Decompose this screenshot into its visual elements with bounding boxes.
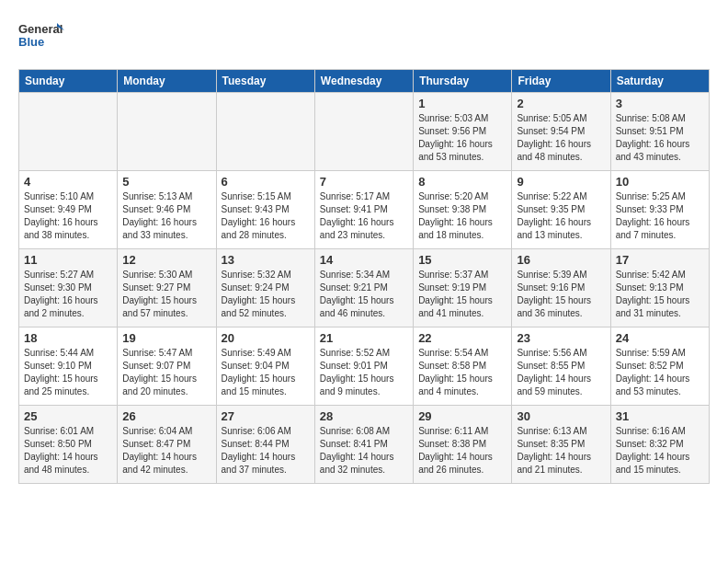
day-number: 20 — [222, 331, 310, 345]
calendar-cell: 27Sunrise: 6:06 AM Sunset: 8:44 PM Dayli… — [216, 406, 314, 484]
day-info: Sunrise: 5:44 AM Sunset: 9:10 PM Dayligh… — [24, 347, 112, 398]
calendar-week-row: 4Sunrise: 5:10 AM Sunset: 9:49 PM Daylig… — [19, 171, 710, 249]
day-number: 12 — [122, 253, 210, 267]
page-header: General Blue — [18, 18, 710, 60]
day-info: Sunrise: 5:20 AM Sunset: 9:38 PM Dayligh… — [418, 190, 506, 242]
calendar-cell — [118, 93, 216, 171]
day-number: 6 — [222, 175, 310, 189]
weekday-header-friday: Friday — [512, 70, 610, 93]
calendar-cell: 28Sunrise: 6:08 AM Sunset: 8:41 PM Dayli… — [314, 406, 413, 484]
calendar-week-row: 25Sunrise: 6:01 AM Sunset: 8:50 PM Dayli… — [19, 406, 710, 484]
calendar-cell: 16Sunrise: 5:39 AM Sunset: 9:16 PM Dayli… — [512, 249, 610, 327]
calendar-cell: 23Sunrise: 5:56 AM Sunset: 8:55 PM Dayli… — [512, 327, 610, 406]
day-info: Sunrise: 6:13 AM Sunset: 8:35 PM Dayligh… — [517, 425, 605, 477]
day-info: Sunrise: 5:52 AM Sunset: 9:01 PM Dayligh… — [320, 347, 408, 398]
calendar-cell: 9Sunrise: 5:22 AM Sunset: 9:35 PM Daylig… — [512, 171, 610, 249]
day-number: 26 — [122, 409, 210, 423]
day-info: Sunrise: 5:08 AM Sunset: 9:51 PM Dayligh… — [616, 112, 704, 164]
day-number: 10 — [616, 175, 704, 189]
weekday-header-wednesday: Wednesday — [314, 70, 413, 93]
day-info: Sunrise: 5:30 AM Sunset: 9:27 PM Dayligh… — [122, 269, 210, 320]
day-info: Sunrise: 5:34 AM Sunset: 9:21 PM Dayligh… — [320, 269, 408, 320]
day-number: 2 — [517, 97, 605, 110]
calendar-cell — [19, 93, 118, 171]
calendar-cell: 14Sunrise: 5:34 AM Sunset: 9:21 PM Dayli… — [314, 249, 413, 327]
calendar-cell: 17Sunrise: 5:42 AM Sunset: 9:13 PM Dayli… — [610, 249, 709, 327]
day-number: 25 — [24, 409, 112, 423]
day-info: Sunrise: 5:15 AM Sunset: 9:43 PM Dayligh… — [222, 190, 310, 242]
calendar-cell: 15Sunrise: 5:37 AM Sunset: 9:19 PM Dayli… — [414, 249, 512, 327]
calendar-cell: 19Sunrise: 5:47 AM Sunset: 9:07 PM Dayli… — [118, 327, 216, 406]
calendar-cell: 6Sunrise: 5:15 AM Sunset: 9:43 PM Daylig… — [216, 171, 314, 249]
day-number: 31 — [616, 409, 704, 423]
calendar-cell: 2Sunrise: 5:05 AM Sunset: 9:54 PM Daylig… — [512, 93, 610, 171]
day-info: Sunrise: 5:59 AM Sunset: 8:52 PM Dayligh… — [616, 347, 704, 398]
day-number: 28 — [320, 409, 408, 423]
day-number: 11 — [24, 253, 112, 267]
day-number: 24 — [616, 331, 704, 345]
calendar-cell: 13Sunrise: 5:32 AM Sunset: 9:24 PM Dayli… — [216, 249, 314, 327]
day-number: 16 — [517, 253, 605, 267]
day-info: Sunrise: 5:03 AM Sunset: 9:56 PM Dayligh… — [418, 112, 506, 164]
day-info: Sunrise: 5:32 AM Sunset: 9:24 PM Dayligh… — [222, 269, 310, 320]
calendar-cell: 12Sunrise: 5:30 AM Sunset: 9:27 PM Dayli… — [118, 249, 216, 327]
svg-text:Blue: Blue — [18, 35, 44, 49]
day-number: 1 — [418, 97, 506, 110]
logo: General Blue — [18, 18, 64, 60]
day-number: 22 — [418, 331, 506, 345]
day-info: Sunrise: 5:37 AM Sunset: 9:19 PM Dayligh… — [418, 269, 506, 320]
day-info: Sunrise: 6:16 AM Sunset: 8:32 PM Dayligh… — [616, 425, 704, 477]
calendar-cell: 20Sunrise: 5:49 AM Sunset: 9:04 PM Dayli… — [216, 327, 314, 406]
calendar-cell: 25Sunrise: 6:01 AM Sunset: 8:50 PM Dayli… — [19, 406, 118, 484]
day-number: 5 — [122, 175, 210, 189]
general-blue-logo: General Blue — [18, 18, 64, 60]
day-info: Sunrise: 5:10 AM Sunset: 9:49 PM Dayligh… — [24, 190, 112, 242]
day-info: Sunrise: 6:08 AM Sunset: 8:41 PM Dayligh… — [320, 425, 408, 477]
day-info: Sunrise: 5:22 AM Sunset: 9:35 PM Dayligh… — [517, 190, 605, 242]
weekday-header-tuesday: Tuesday — [216, 70, 314, 93]
day-number: 27 — [222, 409, 310, 423]
day-number: 14 — [320, 253, 408, 267]
day-number: 3 — [616, 97, 704, 110]
day-info: Sunrise: 5:56 AM Sunset: 8:55 PM Dayligh… — [517, 347, 605, 398]
day-number: 18 — [24, 331, 112, 345]
svg-text:General: General — [18, 22, 63, 36]
day-number: 21 — [320, 331, 408, 345]
day-number: 13 — [222, 253, 310, 267]
calendar-cell: 5Sunrise: 5:13 AM Sunset: 9:46 PM Daylig… — [118, 171, 216, 249]
weekday-header-thursday: Thursday — [414, 70, 512, 93]
calendar-cell: 3Sunrise: 5:08 AM Sunset: 9:51 PM Daylig… — [610, 93, 709, 171]
calendar-cell: 18Sunrise: 5:44 AM Sunset: 9:10 PM Dayli… — [19, 327, 118, 406]
day-info: Sunrise: 5:27 AM Sunset: 9:30 PM Dayligh… — [24, 269, 112, 320]
weekday-header-row: SundayMondayTuesdayWednesdayThursdayFrid… — [19, 70, 710, 93]
day-info: Sunrise: 5:49 AM Sunset: 9:04 PM Dayligh… — [222, 347, 310, 398]
day-info: Sunrise: 6:04 AM Sunset: 8:47 PM Dayligh… — [122, 425, 210, 477]
calendar-cell: 10Sunrise: 5:25 AM Sunset: 9:33 PM Dayli… — [610, 171, 709, 249]
calendar-cell: 29Sunrise: 6:11 AM Sunset: 8:38 PM Dayli… — [414, 406, 512, 484]
calendar-cell: 24Sunrise: 5:59 AM Sunset: 8:52 PM Dayli… — [610, 327, 709, 406]
day-info: Sunrise: 6:01 AM Sunset: 8:50 PM Dayligh… — [24, 425, 112, 477]
day-number: 15 — [418, 253, 506, 267]
calendar-cell — [314, 93, 413, 171]
calendar-week-row: 18Sunrise: 5:44 AM Sunset: 9:10 PM Dayli… — [19, 327, 710, 406]
calendar-cell: 7Sunrise: 5:17 AM Sunset: 9:41 PM Daylig… — [314, 171, 413, 249]
day-info: Sunrise: 5:17 AM Sunset: 9:41 PM Dayligh… — [320, 190, 408, 242]
calendar-cell: 22Sunrise: 5:54 AM Sunset: 8:58 PM Dayli… — [414, 327, 512, 406]
calendar-week-row: 11Sunrise: 5:27 AM Sunset: 9:30 PM Dayli… — [19, 249, 710, 327]
day-number: 7 — [320, 175, 408, 189]
calendar-cell: 30Sunrise: 6:13 AM Sunset: 8:35 PM Dayli… — [512, 406, 610, 484]
day-info: Sunrise: 5:25 AM Sunset: 9:33 PM Dayligh… — [616, 190, 704, 242]
day-info: Sunrise: 5:42 AM Sunset: 9:13 PM Dayligh… — [616, 269, 704, 320]
weekday-header-monday: Monday — [118, 70, 216, 93]
day-info: Sunrise: 5:05 AM Sunset: 9:54 PM Dayligh… — [517, 112, 605, 164]
day-number: 4 — [24, 175, 112, 189]
weekday-header-saturday: Saturday — [610, 70, 709, 93]
weekday-header-sunday: Sunday — [19, 70, 118, 93]
day-info: Sunrise: 5:13 AM Sunset: 9:46 PM Dayligh… — [122, 190, 210, 242]
calendar-cell: 31Sunrise: 6:16 AM Sunset: 8:32 PM Dayli… — [610, 406, 709, 484]
day-number: 8 — [418, 175, 506, 189]
day-info: Sunrise: 6:06 AM Sunset: 8:44 PM Dayligh… — [222, 425, 310, 477]
calendar-cell — [216, 93, 314, 171]
day-number: 9 — [517, 175, 605, 189]
day-number: 17 — [616, 253, 704, 267]
